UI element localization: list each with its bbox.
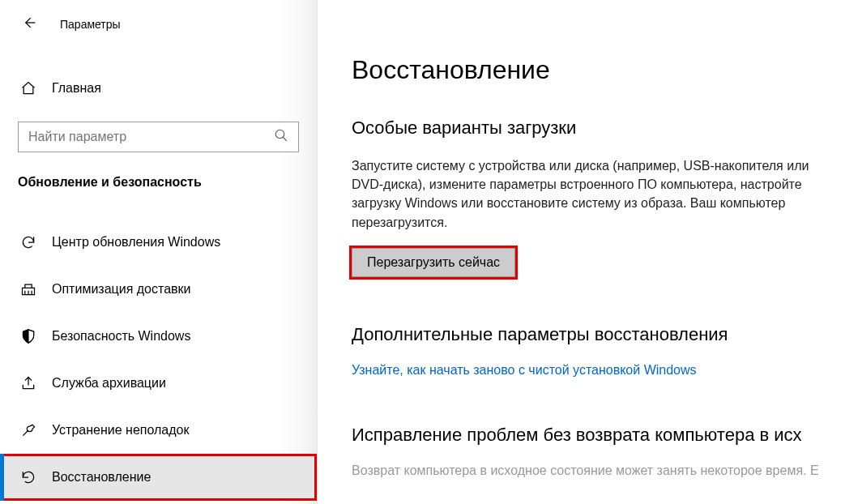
section-more-recovery: Дополнительные параметры восстановления … [352, 324, 858, 378]
sidebar-item-troubleshoot[interactable]: Устранение неполадок [0, 407, 317, 454]
sidebar-item-label: Оптимизация доставки [52, 282, 190, 297]
window-title: Параметры [60, 18, 121, 31]
section-heading: Дополнительные параметры восстановления [352, 324, 858, 345]
sidebar-item-windows-update[interactable]: Центр обновления Windows [0, 219, 317, 266]
home-label: Главная [52, 81, 101, 96]
shield-icon [19, 327, 37, 345]
search-input[interactable] [28, 130, 274, 144]
sidebar-item-windows-security[interactable]: Безопасность Windows [0, 313, 317, 360]
sidebar: Параметры Главная Обновление и безопасно… [0, 0, 318, 504]
partial-text: Возврат компьютера в исходное состояние … [352, 463, 858, 478]
sidebar-item-label: Восстановление [52, 470, 151, 485]
sidebar-item-label: Устранение неполадок [52, 423, 189, 438]
search-container [18, 122, 299, 152]
fresh-start-link[interactable]: Узнайте, как начать заново с чистой уста… [352, 363, 697, 377]
sync-icon [19, 233, 37, 251]
section-heading: Особые варианты загрузки [352, 117, 858, 139]
section-description: Запустите систему с устройства или диска… [352, 156, 830, 232]
svg-line-8 [23, 430, 28, 436]
section-fix-problems: Исправление проблем без возврата компьют… [352, 425, 858, 478]
sidebar-item-label: Безопасность Windows [52, 329, 190, 344]
sidebar-item-delivery-optimization[interactable]: Оптимизация доставки [0, 266, 317, 313]
page-title: Восстановление [352, 55, 858, 85]
window-header: Параметры [0, 6, 317, 47]
restart-now-button[interactable]: Перезагрузить сейчас [352, 248, 515, 277]
sidebar-nav-list: Центр обновления Windows Оптимизация дос… [0, 219, 317, 501]
home-icon [19, 79, 37, 97]
delivery-icon [19, 280, 37, 298]
sidebar-section-title: Обновление и безопасность [0, 170, 317, 204]
section-advanced-startup: Особые варианты загрузки Запустите систе… [352, 117, 858, 277]
recovery-icon [19, 468, 37, 486]
svg-line-2 [283, 137, 287, 141]
sidebar-item-backup[interactable]: Служба архивации [0, 360, 317, 407]
sidebar-item-label: Служба архивации [52, 376, 166, 391]
sidebar-item-label: Центр обновления Windows [52, 235, 220, 250]
svg-point-1 [275, 130, 284, 139]
search-icon [274, 128, 288, 146]
wrench-icon [19, 421, 37, 439]
back-button[interactable] [16, 11, 42, 37]
backup-icon [19, 374, 37, 392]
search-box[interactable] [18, 122, 299, 152]
back-arrow-icon [21, 15, 37, 34]
sidebar-item-recovery[interactable]: Восстановление [0, 454, 317, 501]
home-nav[interactable]: Главная [0, 71, 317, 105]
main-content: Восстановление Особые варианты загрузки … [318, 0, 858, 504]
section-heading: Исправление проблем без возврата компьют… [352, 425, 858, 446]
